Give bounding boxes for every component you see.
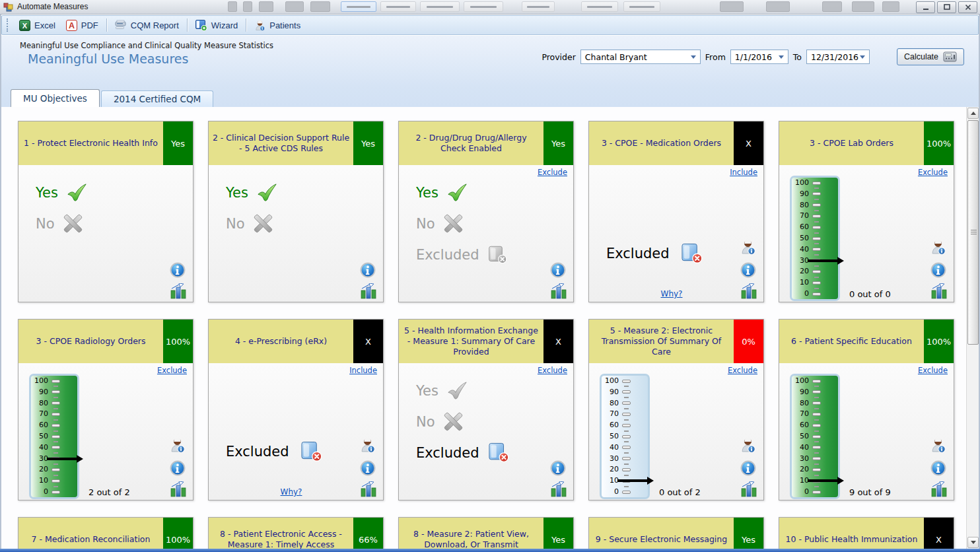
info-icon[interactable] — [170, 460, 186, 476]
exclude-link[interactable]: Exclude — [157, 366, 187, 375]
result-label: Yes — [36, 185, 58, 201]
toolbar-patients-button[interactable]: Patients — [249, 18, 306, 33]
chart-icon[interactable] — [170, 283, 188, 299]
gauge-threshold-arrow-icon — [837, 477, 844, 485]
why-link[interactable]: Why? — [629, 289, 715, 298]
gauge-threshold-arrow-icon — [837, 257, 844, 265]
chart-icon[interactable] — [361, 283, 378, 299]
gauge-minor-tick — [814, 265, 819, 267]
toolbar-grip[interactable] — [7, 18, 9, 32]
gauge-threshold-marker — [808, 259, 838, 262]
exclude-link[interactable]: Exclude — [538, 168, 567, 177]
check-green-icon — [257, 184, 277, 201]
gauge-tick-label: 80 — [793, 399, 809, 407]
gauge-minor-tick — [814, 386, 819, 387]
toolbar-pdf-button[interactable]: APDF — [61, 18, 104, 33]
x-gray-icon — [444, 214, 463, 233]
provider-select[interactable]: Chantal Bryant — [580, 50, 701, 64]
include-link[interactable]: Include — [349, 366, 377, 375]
patient-info-icon[interactable] — [740, 238, 756, 255]
calculate-button[interactable]: Calculate — [897, 48, 964, 65]
x-gray-icon — [444, 412, 463, 431]
percent-gauge: 100 90 80 70 60 50 40 30 20 10 0 — [29, 374, 79, 499]
background-app-artifact — [852, 1, 874, 12]
result-row-no: No — [416, 208, 507, 239]
gauge-tick-label: 80 — [793, 201, 809, 209]
info-icon[interactable] — [550, 262, 566, 278]
background-app-artifact — [259, 1, 273, 12]
info-icon[interactable] — [360, 460, 376, 476]
measure-card: 3 - CPOE Lab Orders 100% Exclude100 90 8… — [779, 121, 954, 302]
tab-2014-certified-cqm[interactable]: 2014 Certified CQM — [101, 90, 213, 107]
background-app-artifact — [420, 1, 460, 12]
gauge-tick — [812, 380, 821, 383]
result-row-yes: Yes — [36, 177, 87, 208]
scrollbar-thumb[interactable] — [967, 120, 979, 345]
minimize-button[interactable] — [916, 1, 935, 13]
chart-icon[interactable] — [551, 481, 568, 497]
toolbar-wizard-button[interactable]: Wizard — [190, 18, 243, 33]
patient-info-icon[interactable] — [169, 436, 186, 453]
patient-info-icon[interactable] — [930, 238, 946, 255]
why-link[interactable]: Why? — [248, 487, 334, 497]
gauge-tick-label: 10 — [603, 476, 619, 485]
patient-info-icon[interactable] — [359, 436, 376, 453]
from-date-value: 1/1/2016 — [735, 52, 772, 62]
info-icon[interactable] — [740, 460, 756, 476]
exclude-link[interactable]: Exclude — [728, 366, 757, 375]
info-icon[interactable] — [170, 262, 186, 278]
toolbar-excel-button[interactable]: XExcel — [14, 18, 61, 33]
info-icon[interactable] — [930, 460, 946, 476]
patient-info-icon[interactable] — [740, 436, 756, 453]
from-date-select[interactable]: 1/1/2016 — [730, 50, 788, 64]
toolbar-cqm-report-button[interactable]: CQM Report — [110, 18, 184, 32]
chart-icon[interactable] — [361, 481, 378, 497]
scroll-down-button[interactable] — [967, 537, 979, 548]
measure-card: 2 - Clinical Decision Support Rule - 5 A… — [208, 121, 384, 302]
status-badge: 100% — [924, 320, 954, 363]
gauge-tick — [812, 491, 821, 494]
gauge-tick — [52, 413, 60, 416]
gauge-tick — [622, 468, 631, 471]
chart-icon[interactable] — [931, 283, 948, 299]
info-icon[interactable] — [740, 262, 756, 278]
gauge-minor-tick — [814, 475, 819, 476]
gauge-tick — [812, 237, 821, 240]
measure-card: 5 - Health Information Exchange - Measur… — [398, 319, 574, 500]
measure-card: 2 - Drug/Drug Drug/Allergy Check Enabled… — [398, 121, 574, 302]
cards-grid: 1 - Protect Electronic Health Info Yes Y… — [1, 107, 965, 549]
exclude-link[interactable]: Exclude — [918, 168, 948, 177]
chart-icon[interactable] — [741, 283, 758, 299]
chart-icon[interactable] — [741, 481, 758, 497]
gauge-tick-label: 0 — [32, 487, 48, 496]
window-controls — [916, 1, 977, 13]
gauge-tick-label: 100 — [603, 376, 619, 385]
maximize-button[interactable] — [937, 1, 956, 13]
to-date-value: 12/31/2016 — [811, 52, 858, 62]
gauge-minor-tick — [624, 397, 629, 398]
info-icon[interactable] — [360, 262, 376, 278]
chart-icon[interactable] — [931, 481, 948, 497]
calculate-label: Calculate — [904, 52, 938, 61]
close-button[interactable] — [958, 1, 977, 13]
chart-icon[interactable] — [170, 481, 188, 497]
measure-card: 9 - Secure Electronic Messaging Yes — [588, 517, 764, 549]
measure-title: 8 - Measure 2: Patient View, Download, O… — [399, 518, 543, 549]
patient-info-icon[interactable] — [930, 436, 946, 453]
measure-card: 8 - Measure 2: Patient View, Download, O… — [398, 517, 574, 549]
info-icon[interactable] — [550, 460, 566, 476]
exclude-link[interactable]: Exclude — [538, 366, 567, 375]
scroll-up-button[interactable] — [967, 108, 979, 119]
gauge-minor-tick — [814, 419, 819, 421]
vertical-scrollbar[interactable] — [966, 107, 979, 549]
tab-mu-objectives[interactable]: MU Objectives — [11, 89, 100, 107]
chart-icon[interactable] — [551, 283, 568, 299]
check-green-icon — [67, 184, 87, 201]
to-date-select[interactable]: 12/31/2016 — [806, 50, 870, 64]
info-icon[interactable] — [930, 262, 946, 278]
include-link[interactable]: Include — [730, 168, 757, 177]
measure-card: 5 - Measure 2: Electronic Transmission O… — [588, 319, 764, 500]
exclude-link[interactable]: Exclude — [918, 366, 948, 375]
gauge-tick — [52, 479, 60, 483]
provider-label: Provider — [542, 52, 575, 62]
